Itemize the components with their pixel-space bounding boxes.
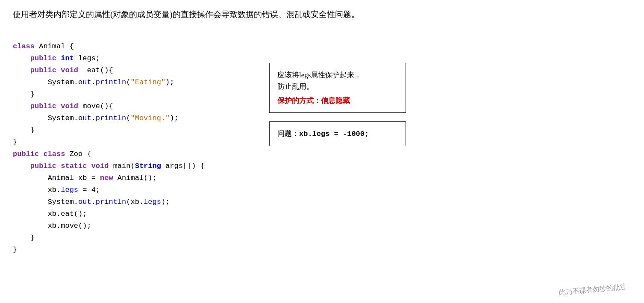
- main-content: class Animal { public int legs; public v…: [13, 29, 631, 268]
- intro-text: 使用者对类内部定义的属性(对象的成员变量)的直接操作会导致数据的错误、混乱或安全…: [13, 9, 631, 21]
- annotation-protection-line2: 防止乱用。: [277, 81, 398, 92]
- watermark: 此乃不课者勿抄的批注: [558, 282, 627, 297]
- annotation-box-protection: 应该将legs属性保护起来， 防止乱用。 保护的方式：信息隐藏: [269, 63, 406, 113]
- annotation-protection-line1: 应该将legs属性保护起来，: [277, 69, 398, 81]
- annotation-problem-label: 问题：: [277, 129, 299, 138]
- annotations-column: 应该将legs属性保护起来， 防止乱用。 保护的方式：信息隐藏 问题：xb.le…: [269, 29, 406, 147]
- annotation-problem-code: xb.legs = -1000;: [299, 130, 369, 138]
- annotation-box-problem: 问题：xb.legs = -1000;: [269, 121, 406, 146]
- annotation-protection-highlight: 保护的方式：信息隐藏: [277, 95, 398, 106]
- code-block: class Animal { public int legs; public v…: [13, 29, 252, 268]
